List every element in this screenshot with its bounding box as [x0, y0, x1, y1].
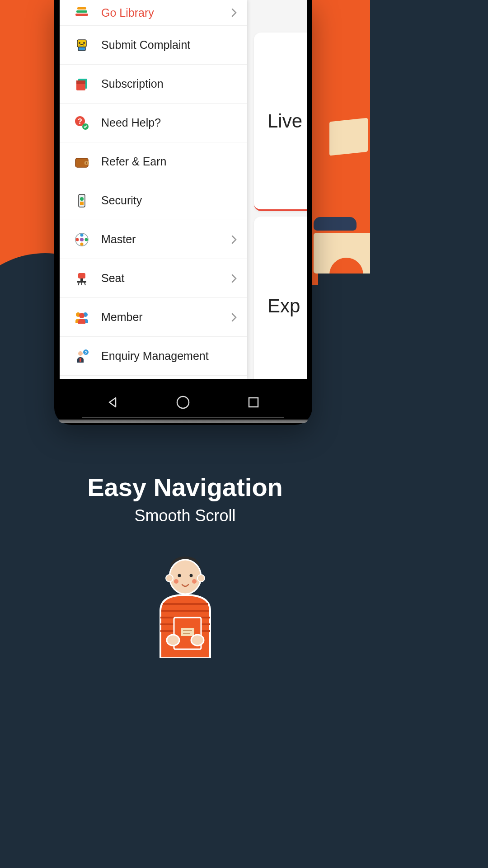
sidebar-item-subscription[interactable]: Subscription	[60, 65, 247, 104]
sidebar-item-label: Submit Complaint	[101, 38, 239, 52]
sidebar-item-refer-earn[interactable]: Refer & Earn	[60, 142, 247, 181]
phone-frame: Live Exp Go Library Submit Co	[54, 0, 312, 425]
svg-point-5	[83, 42, 85, 44]
svg-point-21	[80, 233, 84, 236]
security-icon	[73, 192, 90, 209]
svg-line-30	[84, 283, 85, 285]
card-exp-label: Exp	[267, 295, 300, 317]
book-stack-dark	[318, 274, 370, 301]
svg-point-35	[78, 351, 83, 356]
enquiry-icon: ?	[73, 348, 90, 365]
back-button[interactable]	[105, 394, 121, 410]
svg-point-23	[85, 238, 88, 241]
headline-title: Easy Navigation	[0, 472, 370, 502]
svg-line-29	[78, 283, 79, 285]
svg-point-22	[76, 238, 79, 241]
nav-separator	[82, 417, 284, 418]
svg-rect-9	[76, 80, 85, 84]
svg-point-49	[192, 579, 197, 584]
character-illustration	[133, 552, 237, 658]
sidebar-item-label: Security	[101, 194, 239, 207]
book-graphic	[329, 118, 368, 156]
complaint-icon	[73, 37, 90, 54]
svg-rect-28	[77, 281, 86, 283]
shoes-graphic	[314, 217, 357, 231]
svg-point-45	[197, 575, 205, 582]
legs-graphic	[334, 185, 361, 217]
sidebar-item-member[interactable]: Member	[60, 298, 247, 337]
svg-point-34	[79, 313, 84, 318]
svg-point-4	[79, 42, 80, 44]
sidebar-item-label: Go Library	[101, 6, 229, 19]
master-icon	[73, 231, 90, 248]
card-exp[interactable]: Exp	[254, 217, 307, 379]
svg-rect-19	[80, 202, 84, 205]
svg-text:?: ?	[78, 118, 82, 125]
svg-rect-27	[80, 278, 83, 281]
home-button[interactable]	[175, 394, 191, 410]
recents-button[interactable]	[245, 394, 262, 410]
chevron-right-icon	[229, 274, 239, 283]
sidebar-item-seat[interactable]: Seat	[60, 259, 247, 298]
chevron-right-icon	[229, 312, 239, 322]
svg-point-43	[169, 560, 201, 594]
help-icon: ?	[73, 114, 90, 132]
svg-point-48	[174, 579, 178, 584]
main-content: Live Exp	[247, 0, 307, 379]
svg-point-25	[80, 238, 84, 241]
sidebar-item-label: Seat	[101, 272, 229, 285]
reader-illustration	[316, 77, 370, 294]
sidebar-item-label: Enquiry Management	[101, 349, 239, 363]
sidebar-menu: Go Library Submit Complaint Subscription	[60, 0, 247, 379]
folder-icon	[73, 75, 90, 93]
phone-screen: Live Exp Go Library Submit Co	[60, 0, 307, 379]
svg-point-24	[80, 242, 84, 245]
sidebar-item-label: Refer & Earn	[101, 155, 239, 168]
svg-point-59	[167, 635, 179, 646]
svg-point-44	[166, 575, 173, 582]
svg-point-47	[189, 574, 192, 577]
svg-point-39	[177, 396, 189, 408]
svg-rect-1	[76, 10, 87, 13]
sidebar-item-need-help[interactable]: ? Need Help?	[60, 104, 247, 142]
svg-rect-0	[75, 14, 88, 16]
sidebar-item-master[interactable]: Master	[60, 220, 247, 259]
chevron-right-icon	[229, 8, 239, 18]
sidebar-item-security[interactable]: Security	[60, 181, 247, 220]
headline-section: Easy Navigation Smooth Scroll	[0, 472, 370, 525]
svg-rect-56	[181, 628, 194, 636]
sidebar-item-label: Subscription	[101, 77, 239, 90]
svg-rect-3	[77, 40, 86, 47]
svg-point-60	[191, 635, 204, 646]
wallet-icon	[73, 153, 90, 170]
svg-rect-26	[78, 273, 85, 278]
svg-rect-36	[80, 358, 81, 362]
sidebar-item-label: Need Help?	[101, 116, 239, 129]
sidebar-item-enquiry-management[interactable]: ? Enquiry Management	[60, 337, 247, 376]
chevron-right-icon	[229, 235, 239, 245]
svg-rect-40	[249, 398, 258, 407]
member-icon	[73, 309, 90, 326]
books-icon	[73, 4, 90, 21]
sidebar-item-label: Member	[101, 311, 229, 324]
sidebar-item-go-library[interactable]: Go Library	[60, 0, 247, 26]
sidebar-item-submit-complaint[interactable]: Submit Complaint	[60, 26, 247, 65]
card-live[interactable]: Live	[254, 33, 307, 211]
headline-subtitle: Smooth Scroll	[0, 506, 370, 525]
phone-navbar	[60, 385, 307, 420]
svg-point-46	[178, 574, 181, 577]
svg-rect-2	[77, 7, 86, 9]
svg-text:?: ?	[84, 350, 87, 355]
svg-point-18	[80, 197, 84, 201]
sidebar-item-label: Master	[101, 233, 229, 246]
svg-point-16	[86, 162, 87, 164]
seat-icon	[73, 270, 90, 287]
card-live-label: Live	[267, 110, 302, 132]
svg-rect-6	[78, 47, 85, 51]
